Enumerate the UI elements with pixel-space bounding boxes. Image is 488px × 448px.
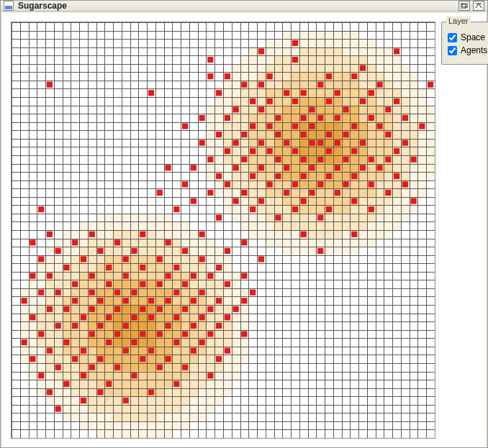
layer-agents-row[interactable]: Agents [448, 45, 484, 55]
layer-space-row[interactable]: Space [448, 32, 484, 42]
content-area: Layer Space Agents [2, 13, 486, 447]
sugarscape-grid[interactable] [11, 22, 435, 439]
app-icon [4, 1, 14, 11]
svg-rect-1 [462, 3, 467, 7]
window-title: Sugarscape [18, 1, 454, 11]
layer-agents-checkbox[interactable] [448, 46, 457, 55]
simulation-view[interactable] [11, 22, 435, 439]
svg-rect-0 [461, 4, 466, 9]
layer-space-checkbox[interactable] [448, 33, 457, 42]
layer-agents-label: Agents [461, 45, 487, 55]
layer-panel: Layer Space Agents [441, 22, 488, 65]
side-panel: Layer Space Agents [441, 22, 488, 439]
titlebar[interactable]: Sugarscape [1, 1, 487, 12]
layer-legend: Layer [446, 17, 471, 25]
layer-space-label: Space [461, 32, 485, 42]
window: Sugarscape Layer Space Agents [0, 0, 488, 448]
restore-icon[interactable] [458, 1, 470, 11]
maximize-icon[interactable] [473, 1, 484, 11]
